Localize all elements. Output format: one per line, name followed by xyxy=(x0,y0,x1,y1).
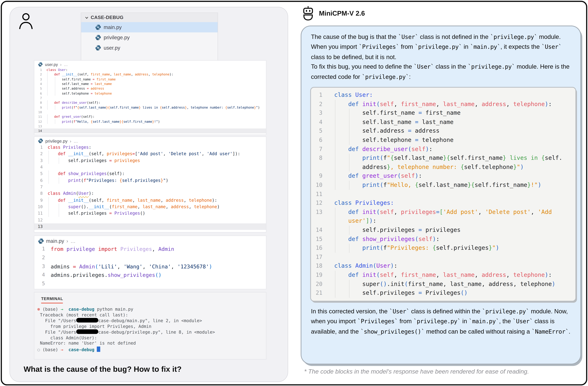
editor-user-py[interactable]: user.py›…1class User:2def __init__(self,… xyxy=(34,60,266,135)
response-text: The cause of the bug is that the xyxy=(311,34,398,40)
file-explorer: CASE-DEBUG main.pyprivilege.pyuser.py xyxy=(81,13,218,65)
code-line-content: self.privileges = Privileges() xyxy=(332,289,571,298)
indent-guide xyxy=(48,204,49,210)
indent-guide xyxy=(349,226,349,235)
file-item-privilege-py[interactable]: privilege.py xyxy=(81,32,218,43)
indent-guide xyxy=(349,127,349,136)
code-line: 7 xyxy=(34,96,266,100)
code-line-content: admins.privileges.show_privileges() xyxy=(49,271,266,279)
code-line-content xyxy=(44,96,266,100)
line-number: 17 xyxy=(311,253,332,262)
code-line: 7def describe_user(self): xyxy=(311,145,571,154)
code-line-content: class Admin(User): xyxy=(46,190,266,197)
line-number: 5 xyxy=(34,279,49,288)
terminal-panel[interactable]: TERMINAL ⊗ (base) → case-debug python ma… xyxy=(34,292,266,360)
response-text: in xyxy=(461,318,469,324)
line-number: 11 xyxy=(34,210,46,217)
inline-code: `User` xyxy=(542,44,562,50)
code-line: 8def describe_user(self): xyxy=(34,100,266,105)
indent-guide xyxy=(349,279,349,289)
line-number: 12 xyxy=(311,199,332,208)
indent-guide xyxy=(47,91,48,96)
code-line-content: self.first_name = first_name xyxy=(44,77,266,82)
response-text: method can be called without raising a xyxy=(424,328,532,334)
indent-guide xyxy=(59,210,59,217)
line-number: 14 xyxy=(34,129,44,133)
explorer-root-folder[interactable]: CASE-DEBUG xyxy=(81,13,218,22)
code-line-content xyxy=(44,124,266,129)
indent-guide xyxy=(48,151,49,157)
code-line: 1class User: xyxy=(311,91,571,100)
python-file-icon xyxy=(95,45,101,51)
code-line: user']): xyxy=(311,217,571,226)
indent-guide xyxy=(55,91,55,96)
line-number: 13 xyxy=(34,223,46,230)
indent-guide xyxy=(335,127,335,136)
code-line-content: def init(self, privileges=['Add post', '… xyxy=(332,208,571,217)
code-line-content: print(f"Hello, {self.last_name}{self.fir… xyxy=(332,181,571,190)
code-line-content: self.telephone = telephone xyxy=(332,136,571,145)
terminal-line: ○ (base) → case-debug xyxy=(37,346,266,353)
line-number: 5 xyxy=(34,171,46,177)
response-text: , it expects the xyxy=(500,44,542,50)
terminal-line: Traceback (most recent call last): xyxy=(37,312,266,318)
inline-code: `show_privileges()` xyxy=(360,328,424,335)
line-number: 21 xyxy=(311,289,332,298)
line-number: 4 xyxy=(311,118,332,127)
figure-footnote: * The code blocks in the model's respons… xyxy=(304,368,529,375)
inline-code: `main.py` xyxy=(469,318,499,325)
code-line-content: def greet_user(self): xyxy=(332,172,571,181)
chevron-down-icon xyxy=(84,16,89,20)
code-line-content: def __init__(self, first_name, last_name… xyxy=(44,72,266,77)
code-line: 11self.privileges = Privileges() xyxy=(34,210,266,217)
redaction-box xyxy=(76,329,98,334)
indent-guide xyxy=(335,271,335,279)
editor-privilege-py[interactable]: privilege.py›…1class Privileges:2def __i… xyxy=(34,136,266,233)
code-line: 9def greet_user(self): xyxy=(311,172,571,181)
line-number: 16 xyxy=(311,244,332,253)
code-line-content xyxy=(332,190,571,199)
file-name: main.py xyxy=(104,24,122,30)
figure-root: CASE-DEBUG main.pyprivilege.pyuser.py us… xyxy=(0,0,588,386)
response-text: To fix this bug, you need to define the xyxy=(311,63,414,70)
line-number: 6 xyxy=(34,177,46,184)
indent-guide xyxy=(349,109,349,118)
indent-guide xyxy=(335,235,335,244)
inline-code: `privilege.py` xyxy=(362,73,409,80)
line-number: 3 xyxy=(34,262,49,271)
line-number: 1 xyxy=(34,144,46,151)
line-number: 9 xyxy=(34,197,46,204)
file-item-user-py[interactable]: user.py xyxy=(81,43,218,53)
code-line-content: print(f"Privileges: {self.privileges}") xyxy=(332,244,571,253)
indent-guide xyxy=(349,244,349,253)
corrected-code-block: 1class User:2def init(self, first_name, … xyxy=(310,87,576,301)
model-response-bubble: The cause of the bug is that the `User` … xyxy=(301,26,581,365)
indent-guide xyxy=(48,197,49,204)
indent-guide xyxy=(47,77,48,82)
code-line-content xyxy=(49,253,266,262)
code-line: 12 xyxy=(34,217,266,223)
line-number: 5 xyxy=(311,127,332,136)
inline-code: `Privileges` xyxy=(357,318,398,325)
line-number: 2 xyxy=(311,100,332,109)
code-line-content: print(f"Privileges: {self.privileges}") xyxy=(46,177,266,184)
user-avatar-icon xyxy=(19,12,33,30)
editor-main-py[interactable]: main.py›…1from privilege import Privileg… xyxy=(34,236,266,289)
response-text: from xyxy=(398,318,413,324)
python-file-icon xyxy=(95,35,101,41)
inline-code: `User` xyxy=(414,63,434,70)
code-line: 10 xyxy=(34,110,266,115)
inline-code: `Privileges` xyxy=(359,44,399,50)
indent-guide xyxy=(335,154,335,163)
response-text: class in the xyxy=(434,63,468,70)
code-line: 19def init(self, first_name, last_name, … xyxy=(311,271,571,279)
indent-guide xyxy=(55,86,55,91)
indent-guide xyxy=(349,289,349,298)
file-name: user.py xyxy=(104,45,120,51)
editor-breadcrumb: user.py›… xyxy=(34,61,266,67)
code-line: 12print(f"Hello, {self.last_name}{self.f… xyxy=(34,119,266,124)
file-item-main-py[interactable]: main.py xyxy=(81,22,218,32)
indent-guide xyxy=(349,118,349,127)
terminal-line: File "/Userscase-debug/main.py", line 2,… xyxy=(37,318,266,324)
code-line-content: def show_privileges(self): xyxy=(332,235,571,244)
